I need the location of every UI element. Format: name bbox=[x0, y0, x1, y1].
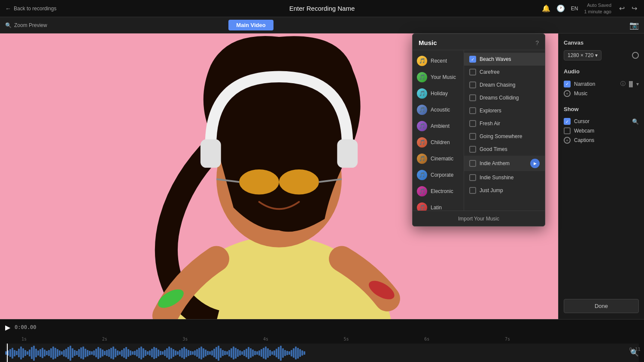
language-button[interactable]: EN bbox=[571, 6, 578, 12]
cursor-search-icon[interactable]: 🔍 bbox=[632, 118, 639, 125]
category-ambient[interactable]: 🎵 Ambient bbox=[413, 118, 464, 134]
waveform-bar bbox=[155, 348, 157, 358]
category-electronic[interactable]: 🎵 Electronic bbox=[413, 183, 464, 199]
track-good-times[interactable]: Good Times bbox=[464, 143, 545, 156]
waveform-bar bbox=[106, 350, 108, 356]
import-music-button[interactable]: Import Your Music bbox=[419, 216, 539, 222]
undo-button[interactable]: ↩ bbox=[617, 3, 626, 13]
play-button[interactable]: ▶ bbox=[5, 323, 10, 332]
category-acoustic[interactable]: 🎵 Acoustic bbox=[413, 102, 464, 118]
waveform-bar bbox=[265, 347, 267, 359]
redo-button[interactable]: ↪ bbox=[630, 3, 639, 13]
waveform-bar bbox=[72, 348, 73, 358]
track-beach-waves[interactable]: ✓ Beach Waves bbox=[464, 53, 545, 66]
webcam-checkbox[interactable] bbox=[564, 127, 571, 134]
track-carefree[interactable]: Carefree bbox=[464, 66, 545, 78]
waveform-bar bbox=[14, 350, 15, 356]
waveform-bar bbox=[16, 351, 18, 355]
waveform-bar bbox=[162, 351, 164, 355]
track-indie-sunshine[interactable]: Indie Sunshine bbox=[464, 171, 545, 184]
waveform-bar bbox=[70, 346, 71, 361]
waveform-bar bbox=[35, 349, 37, 357]
waveform-bar bbox=[166, 348, 168, 358]
track-dream-chasing[interactable]: Dream Chasing bbox=[464, 78, 545, 91]
time-mark-1: 2s bbox=[102, 337, 107, 341]
history-icon[interactable]: 🕐 bbox=[556, 4, 565, 12]
good-times-checkbox[interactable] bbox=[469, 146, 476, 153]
dreams-colliding-checkbox[interactable] bbox=[469, 94, 476, 101]
timeline-search-icon[interactable]: 🔍 bbox=[630, 349, 639, 357]
beach-waves-checkbox[interactable]: ✓ bbox=[469, 56, 476, 63]
category-recent[interactable]: 🎵 Recent bbox=[413, 53, 464, 69]
explorers-checkbox[interactable] bbox=[469, 107, 476, 114]
zoom-preview-button[interactable]: 🔍 Zoom Preview bbox=[5, 22, 47, 28]
waveform-bar bbox=[102, 350, 103, 356]
waveform-bar bbox=[158, 350, 159, 356]
timeline: ▶ 0:00.00 1s 2s 3s 4s 5s 6s 7s 0:11 🔍 bbox=[0, 319, 644, 362]
dream-chasing-checkbox[interactable] bbox=[469, 81, 476, 88]
svg-point-5 bbox=[279, 169, 319, 194]
time-mark-3: 4s bbox=[263, 337, 268, 341]
indie-anthem-checkbox[interactable] bbox=[469, 160, 476, 167]
narration-chevron-icon[interactable]: ▾ bbox=[636, 81, 639, 87]
narration-info-icon[interactable]: ⓘ bbox=[620, 80, 626, 87]
track-going-somewhere[interactable]: Going Somewhere bbox=[464, 130, 545, 143]
waveform-bar bbox=[226, 351, 228, 355]
waveform-bar bbox=[256, 351, 258, 355]
track-just-jump[interactable]: Just Jump bbox=[464, 184, 545, 197]
holiday-label: Holiday bbox=[431, 90, 448, 97]
cursor-show-item: ✓ Cursor 🔍 bbox=[564, 117, 639, 126]
waveform-bar bbox=[59, 350, 61, 356]
explorers-label: Explorers bbox=[480, 108, 540, 114]
back-button[interactable]: ← Back to recordings bbox=[5, 5, 56, 12]
going-somewhere-checkbox[interactable] bbox=[469, 133, 476, 140]
canvas-size-select[interactable]: 1280 × 720 ▾ bbox=[564, 50, 601, 60]
notification-icon[interactable]: 🔔 bbox=[542, 4, 550, 12]
cursor-checkbox[interactable]: ✓ bbox=[564, 118, 571, 125]
waveform-bar bbox=[89, 351, 91, 355]
webcam-label: Webcam bbox=[574, 128, 639, 134]
indie-sunshine-checkbox[interactable] bbox=[469, 174, 476, 181]
playhead[interactable] bbox=[7, 344, 8, 362]
category-yourmusic[interactable]: 🎵 Your Music bbox=[413, 69, 464, 85]
waveform-bar bbox=[143, 348, 144, 358]
waveform-bar bbox=[27, 351, 28, 355]
track-indie-anthem[interactable]: Indie Anthem ▶ bbox=[464, 156, 545, 171]
category-holiday[interactable]: 🎵 Holiday bbox=[413, 85, 464, 102]
waveform-bar bbox=[31, 347, 33, 359]
screenshot-icon[interactable]: 📷 bbox=[629, 21, 639, 30]
canvas-aspect-button[interactable] bbox=[632, 52, 639, 59]
music-panel-title: Music bbox=[419, 39, 437, 46]
track-fresh-air[interactable]: Fresh Air bbox=[464, 117, 545, 130]
captions-add-icon[interactable]: + bbox=[564, 137, 571, 144]
waveform-bar bbox=[134, 351, 136, 355]
holiday-icon: 🎵 bbox=[417, 88, 427, 99]
waveform-bar bbox=[289, 351, 290, 355]
narration-checkbox[interactable]: ✓ bbox=[564, 81, 571, 87]
category-latin[interactable]: 🎵 Latin bbox=[413, 199, 464, 211]
category-cinematic[interactable]: 🎵 Cinematic bbox=[413, 151, 464, 167]
carefree-label: Carefree bbox=[480, 69, 540, 75]
waveform-bar bbox=[304, 351, 305, 355]
music-add-icon[interactable]: + bbox=[564, 90, 571, 97]
waveform-bar bbox=[61, 351, 63, 355]
waveform-bar bbox=[160, 351, 161, 355]
narration-volume-icon[interactable]: ▐▌ bbox=[627, 81, 635, 87]
waveform-bar bbox=[55, 348, 56, 359]
indie-anthem-play-button[interactable]: ▶ bbox=[530, 159, 540, 168]
carefree-checkbox[interactable] bbox=[469, 69, 476, 75]
track-dreams-colliding[interactable]: Dreams Colliding bbox=[464, 91, 545, 104]
category-children[interactable]: 🎵 Children bbox=[413, 134, 464, 151]
track-explorers[interactable]: Explorers bbox=[464, 104, 545, 117]
timeline-track[interactable]: 1s 2s 3s 4s 5s 6s 7s 0:11 bbox=[0, 335, 644, 362]
recording-title-input[interactable] bbox=[258, 5, 386, 12]
music-help-icon[interactable]: ? bbox=[535, 39, 539, 46]
fresh-air-checkbox[interactable] bbox=[469, 120, 476, 127]
just-jump-checkbox[interactable] bbox=[469, 187, 476, 194]
waveform-bar bbox=[239, 350, 241, 356]
ambient-label: Ambient bbox=[431, 123, 450, 129]
done-button[interactable]: Done bbox=[564, 299, 639, 313]
waveform-bar bbox=[110, 348, 112, 359]
category-corporate[interactable]: 🎵 Corporate bbox=[413, 167, 464, 183]
main-video-button[interactable]: Main Video bbox=[228, 20, 273, 30]
